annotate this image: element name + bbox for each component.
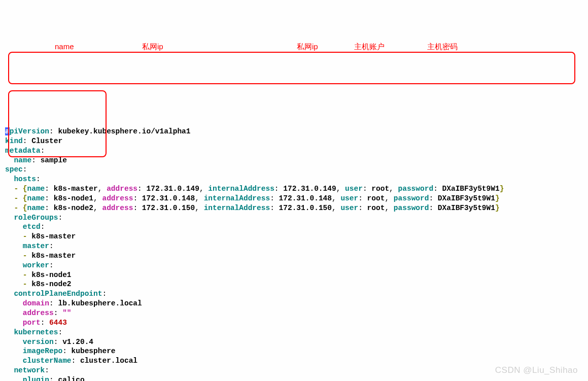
annot-privip1: 私网ip — [142, 42, 163, 52]
annot-hostpwd: 主机密码 — [427, 42, 458, 52]
hosts-highlight-box — [8, 52, 575, 84]
yaml-code-block: apiVersion: kubekey.kubesphere.io/v1alph… — [5, 127, 504, 381]
annot-name: name — [55, 42, 74, 52]
annot-hostuser: 主机账户 — [354, 42, 385, 52]
annot-privip2: 私网ip — [297, 42, 318, 52]
watermark: CSDN @Liu_Shihao — [495, 365, 578, 376]
